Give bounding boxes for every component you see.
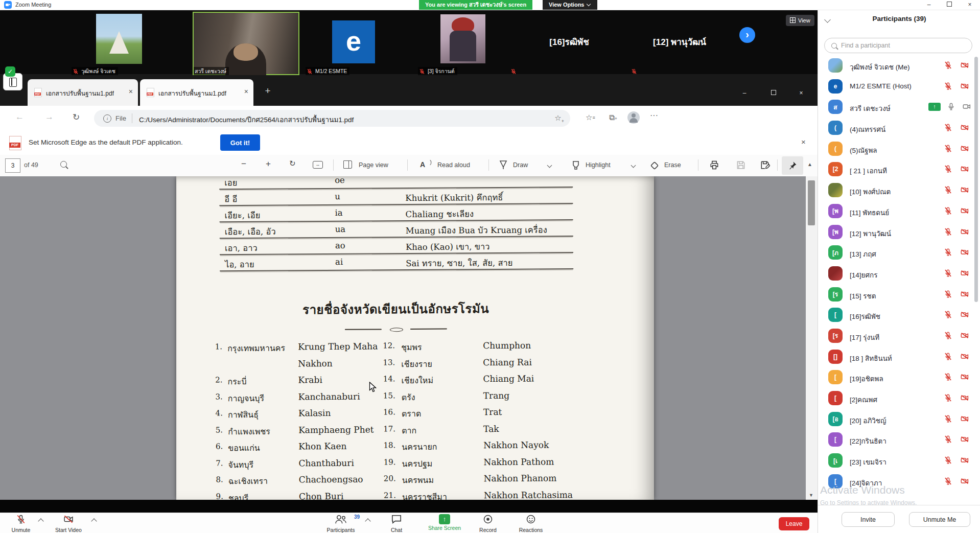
video-thumbnail-active-sharer[interactable]	[193, 12, 299, 75]
share-screen-button[interactable]: ↑ Share Screen	[421, 514, 468, 531]
notification-close-icon[interactable]: ×	[801, 137, 806, 146]
invite-button[interactable]: Invite	[842, 512, 895, 527]
view-layout-button[interactable]: View	[786, 15, 814, 26]
highlight-icon[interactable]	[571, 160, 580, 170]
scroll-down-icon[interactable]: ▼	[809, 493, 813, 498]
back-icon[interactable]: ←	[15, 112, 24, 122]
participants-button[interactable]: 39 Participants	[318, 514, 364, 533]
participant-row[interactable]: [ [2]คณพศ ↑	[818, 388, 980, 409]
add-favorite-icon[interactable]: ☆+	[554, 113, 564, 124]
scroll-up-icon[interactable]: ▲	[807, 161, 812, 167]
draw-icon[interactable]	[499, 160, 508, 170]
browser-close-button[interactable]: ×	[792, 86, 810, 100]
got-it-button[interactable]: Got it!	[220, 134, 260, 151]
participants-options-icon[interactable]	[365, 518, 370, 524]
province-number: 9.	[207, 492, 223, 500]
view-options-button[interactable]: View Options	[543, 0, 597, 10]
next-videos-button[interactable]: ›	[739, 27, 755, 43]
camera-off-icon	[960, 414, 969, 423]
address-bar[interactable]: i File C:/Users/Administrator/Documents/…	[94, 110, 570, 127]
video-thumbnail-name-only[interactable]: [12] พานุวัฒน์	[653, 35, 706, 49]
audio-options-icon[interactable]	[38, 518, 43, 524]
more-menu-icon[interactable]: ···	[650, 111, 658, 120]
participant-row[interactable]: [ร [15] รชต ↑	[818, 284, 980, 305]
reactions-button[interactable]: Reactions	[511, 514, 551, 533]
refresh-icon[interactable]: ↻	[73, 112, 80, 123]
participant-row[interactable]: ( (4)ณทรรศน์ ↑	[818, 118, 980, 138]
new-tab-button[interactable]: +	[262, 85, 274, 98]
video-thumbnail[interactable]	[96, 14, 142, 64]
page-view-icon[interactable]	[343, 160, 349, 169]
highlight-dropdown-icon[interactable]	[631, 163, 636, 168]
participant-row[interactable]: ส สวรี เดชะวงษ์ ↑	[818, 97, 980, 118]
erase-button[interactable]: Erase	[664, 161, 681, 169]
scrollbar-thumb[interactable]	[808, 180, 815, 225]
leave-button[interactable]: Leave	[779, 517, 809, 530]
participant-name: M1/2 ESMTE (Host)	[850, 82, 912, 90]
zoom-in-icon[interactable]: +	[266, 159, 271, 169]
camera-off-icon	[960, 331, 969, 340]
close-button[interactable]: ×	[960, 0, 980, 10]
browser-restore-button[interactable]	[765, 86, 782, 100]
maximize-button[interactable]	[939, 0, 960, 10]
save-icon[interactable]	[736, 160, 746, 170]
unmute-me-button[interactable]: Unmute Me	[909, 512, 970, 527]
panel-scrollbar-thumb[interactable]	[974, 57, 978, 302]
draw-dropdown-icon[interactable]	[547, 163, 552, 168]
participant-row[interactable]: [ [22]กรินธิตา ↑	[818, 429, 980, 450]
read-aloud-icon[interactable]: A	[420, 160, 425, 169]
participant-row[interactable]: [ร [17] รุ่งนที ↑	[818, 326, 980, 346]
participant-row[interactable]: [2 [ 21 ] เอกนที ↑	[818, 159, 980, 180]
participant-row[interactable]: [ [16]รฒิพัช ↑	[818, 305, 980, 326]
page-number-input[interactable]: 3	[5, 158, 20, 173]
participant-row[interactable]: [10] พงศ์ปณต ↑	[818, 180, 980, 201]
address-url[interactable]: C:/Users/Administrator/Documents/ปีกศ256…	[139, 114, 354, 125]
print-icon[interactable]	[709, 160, 719, 170]
participant-row[interactable]: [พ [12] พานุวัฒน์ ↑	[818, 222, 980, 243]
fit-to-width-icon[interactable]: ↔	[313, 161, 323, 169]
participant-row[interactable]: [พ [11] พัทธดนย์ ↑	[818, 201, 980, 222]
video-thumbnail-name-only[interactable]: [16]รฒิพัช	[549, 35, 589, 49]
minimize-button[interactable]: –	[919, 0, 939, 10]
search-input[interactable]: Find a participant	[824, 38, 972, 53]
province-thai: ขอนแก่น	[228, 442, 260, 454]
erase-icon[interactable]	[650, 161, 659, 170]
favorites-icon[interactable]: ☆≡	[586, 113, 595, 122]
participant-name: (5)ณัฐพล	[850, 145, 877, 156]
pin-toolbar-button[interactable]	[782, 156, 803, 175]
highlight-button[interactable]: Highlight	[586, 161, 611, 169]
record-button[interactable]: Record	[472, 514, 504, 533]
tab-close-icon[interactable]: ×	[129, 87, 133, 96]
read-aloud-button[interactable]: Read aloud	[437, 161, 470, 169]
start-video-button[interactable]: Start Video	[47, 514, 90, 533]
draw-button[interactable]: Draw	[513, 161, 528, 169]
video-options-icon[interactable]	[91, 518, 97, 524]
page-view-button[interactable]: Page view	[359, 161, 388, 169]
participant-row[interactable]: [เ [23] เขมจิรา ↑	[818, 450, 980, 471]
browser-tab[interactable]: เอกสารปรับพื้นฐานม1.pdf ×	[28, 79, 138, 106]
video-thumbnail[interactable]	[440, 14, 485, 63]
participant-row[interactable]: [ภ [13] ภฤศ ↑	[818, 242, 980, 263]
pdf-scrollbar[interactable]: ▼	[806, 176, 818, 500]
participant-row[interactable]: วุฒิพงษ์ จิวเดช (Me) ↑	[818, 55, 980, 76]
browser-tab-active[interactable]: เอกสารปรับพื้นฐานม1.pdf ×	[140, 79, 253, 106]
participant-row[interactable]: [อ [20] อภิวิชญ์ ↑	[818, 409, 980, 430]
save-as-icon[interactable]	[760, 160, 770, 170]
zoom-out-icon[interactable]: −	[241, 159, 246, 169]
rotate-icon[interactable]: ↻	[289, 159, 296, 168]
participant-row[interactable]: e M1/2 ESMTE (Host) ↑	[818, 76, 980, 97]
search-icon[interactable]	[60, 161, 67, 168]
participant-row[interactable]: ( (5)ณัฐพล ↑	[818, 138, 980, 159]
browser-minimize-button[interactable]: –	[736, 86, 753, 100]
chat-button[interactable]: Chat	[382, 514, 411, 533]
participant-row[interactable]: [14]ยศกร ↑	[818, 263, 980, 284]
info-icon[interactable]: i	[103, 114, 111, 123]
video-thumbnail[interactable]: e	[332, 20, 375, 63]
unmute-button[interactable]: Unmute	[3, 514, 39, 533]
collections-icon[interactable]: ⧉+	[609, 113, 617, 122]
participant-row[interactable]: [ [19]อชิตพล ↑	[818, 367, 980, 388]
forward-icon[interactable]: →	[45, 112, 54, 122]
tab-close-icon[interactable]: ×	[244, 87, 248, 96]
profile-avatar[interactable]	[627, 111, 640, 124]
participant-row[interactable]: [] [18 ] สิทธินนท์ ↑	[818, 346, 980, 367]
